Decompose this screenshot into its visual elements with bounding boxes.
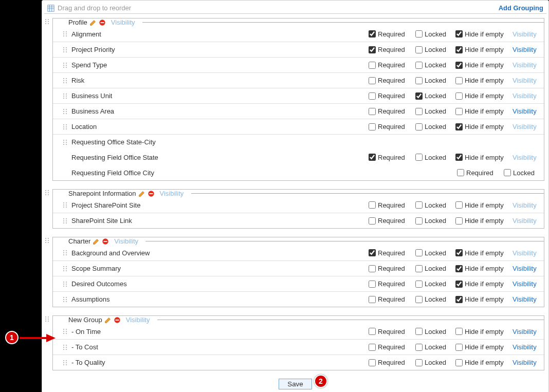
locked-checkbox[interactable]: Locked bbox=[415, 343, 452, 351]
locked-input[interactable] bbox=[415, 108, 423, 115]
visibility-link[interactable]: Visibility bbox=[513, 107, 541, 115]
delete-icon[interactable] bbox=[102, 238, 109, 245]
locked-input[interactable] bbox=[415, 328, 423, 335]
visibility-link[interactable]: Visibility bbox=[513, 249, 541, 257]
item-drag-handle[interactable] bbox=[62, 94, 68, 99]
required-input[interactable] bbox=[369, 328, 376, 335]
required-checkbox[interactable]: Required bbox=[369, 201, 412, 209]
required-checkbox[interactable]: Required bbox=[369, 30, 412, 38]
add-grouping-link[interactable]: Add Grouping bbox=[499, 4, 543, 12]
locked-checkbox[interactable]: Locked bbox=[415, 328, 452, 335]
locked-checkbox[interactable]: Locked bbox=[415, 123, 452, 130]
required-checkbox[interactable]: Required bbox=[369, 295, 412, 303]
hide_if_empty-checkbox[interactable]: Hide if empty bbox=[455, 265, 509, 272]
hide_if_empty-input[interactable] bbox=[455, 328, 463, 335]
group-drag-handle[interactable] bbox=[44, 185, 50, 195]
locked-checkbox[interactable]: Locked bbox=[504, 169, 541, 177]
hide_if_empty-checkbox[interactable]: Hide if empty bbox=[455, 107, 509, 115]
required-checkbox[interactable]: Required bbox=[369, 265, 412, 272]
locked-input[interactable] bbox=[415, 62, 423, 69]
item-drag-handle[interactable] bbox=[62, 218, 68, 223]
visibility-link[interactable]: Visibility bbox=[513, 280, 541, 288]
item-drag-handle[interactable] bbox=[62, 360, 68, 365]
visibility-link[interactable]: Visibility bbox=[513, 343, 541, 351]
hide_if_empty-input[interactable] bbox=[455, 281, 463, 288]
hide_if_empty-input[interactable] bbox=[455, 30, 463, 38]
required-checkbox[interactable]: Required bbox=[369, 359, 412, 366]
hide_if_empty-input[interactable] bbox=[455, 62, 463, 69]
required-input[interactable] bbox=[369, 108, 376, 115]
hide_if_empty-input[interactable] bbox=[455, 296, 463, 303]
group-drag-handle[interactable] bbox=[44, 14, 50, 24]
group-drag-handle[interactable] bbox=[44, 233, 50, 243]
locked-checkbox[interactable]: Locked bbox=[415, 280, 452, 288]
item-drag-handle[interactable] bbox=[62, 140, 68, 145]
visibility-link[interactable]: Visibility bbox=[513, 30, 541, 38]
item-drag-handle[interactable] bbox=[62, 282, 68, 287]
locked-checkbox[interactable]: Locked bbox=[415, 107, 452, 115]
visibility-link[interactable]: Visibility bbox=[513, 328, 541, 335]
visibility-link[interactable]: Visibility bbox=[126, 316, 154, 324]
hide_if_empty-checkbox[interactable]: Hide if empty bbox=[455, 46, 509, 53]
hide_if_empty-checkbox[interactable]: Hide if empty bbox=[455, 30, 509, 38]
hide_if_empty-input[interactable] bbox=[455, 108, 463, 115]
hide_if_empty-input[interactable] bbox=[455, 154, 463, 161]
visibility-link[interactable]: Visibility bbox=[513, 359, 541, 366]
visibility-link[interactable]: Visibility bbox=[513, 265, 541, 272]
locked-input[interactable] bbox=[415, 201, 423, 209]
hide_if_empty-checkbox[interactable]: Hide if empty bbox=[455, 280, 509, 288]
item-drag-handle[interactable] bbox=[62, 31, 68, 36]
hide_if_empty-input[interactable] bbox=[455, 92, 463, 100]
required-input[interactable] bbox=[369, 201, 376, 209]
required-checkbox[interactable]: Required bbox=[369, 46, 412, 53]
edit-icon[interactable] bbox=[138, 190, 145, 197]
hide_if_empty-input[interactable] bbox=[455, 46, 463, 53]
required-input[interactable] bbox=[369, 92, 376, 100]
visibility-link[interactable]: Visibility bbox=[513, 61, 541, 69]
item-drag-handle[interactable] bbox=[62, 202, 68, 208]
group-drag-handle[interactable] bbox=[44, 311, 50, 322]
item-drag-handle[interactable] bbox=[62, 47, 68, 52]
item-drag-handle[interactable] bbox=[62, 266, 68, 271]
locked-checkbox[interactable]: Locked bbox=[415, 295, 452, 303]
edit-icon[interactable] bbox=[104, 316, 112, 324]
item-drag-handle[interactable] bbox=[62, 109, 68, 114]
required-input[interactable] bbox=[369, 265, 376, 272]
locked-checkbox[interactable]: Locked bbox=[415, 77, 452, 84]
item-drag-handle[interactable] bbox=[62, 250, 68, 255]
locked-checkbox[interactable]: Locked bbox=[415, 359, 452, 366]
visibility-link[interactable]: Visibility bbox=[513, 201, 541, 209]
hide_if_empty-checkbox[interactable]: Hide if empty bbox=[455, 343, 509, 351]
locked-checkbox[interactable]: Locked bbox=[415, 61, 452, 69]
locked-input[interactable] bbox=[415, 344, 423, 351]
item-drag-handle[interactable] bbox=[62, 345, 68, 350]
required-checkbox[interactable]: Required bbox=[369, 123, 412, 130]
locked-input[interactable] bbox=[415, 46, 423, 53]
visibility-link[interactable]: Visibility bbox=[114, 237, 142, 245]
required-checkbox[interactable]: Required bbox=[369, 92, 412, 100]
visibility-link[interactable]: Visibility bbox=[160, 190, 188, 197]
required-input[interactable] bbox=[369, 154, 376, 161]
locked-input[interactable] bbox=[415, 154, 423, 161]
hide_if_empty-input[interactable] bbox=[455, 123, 463, 130]
hide_if_empty-checkbox[interactable]: Hide if empty bbox=[455, 61, 509, 69]
item-drag-handle[interactable] bbox=[62, 78, 68, 83]
hide_if_empty-checkbox[interactable]: Hide if empty bbox=[455, 201, 509, 209]
visibility-link[interactable]: Visibility bbox=[513, 295, 541, 303]
delete-icon[interactable] bbox=[148, 190, 155, 197]
hide_if_empty-input[interactable] bbox=[455, 201, 463, 209]
required-checkbox[interactable]: Required bbox=[369, 77, 412, 84]
item-drag-handle[interactable] bbox=[62, 63, 68, 68]
hide_if_empty-checkbox[interactable]: Hide if empty bbox=[455, 359, 509, 366]
required-input[interactable] bbox=[369, 249, 376, 256]
visibility-link[interactable]: Visibility bbox=[513, 92, 541, 100]
required-input[interactable] bbox=[369, 281, 376, 288]
required-checkbox[interactable]: Required bbox=[369, 154, 412, 161]
item-drag-handle[interactable] bbox=[62, 297, 68, 302]
required-input[interactable] bbox=[369, 359, 376, 366]
hide_if_empty-input[interactable] bbox=[455, 77, 463, 84]
required-checkbox[interactable]: Required bbox=[369, 343, 412, 351]
required-input[interactable] bbox=[369, 296, 376, 303]
save-button[interactable]: Save bbox=[279, 379, 312, 389]
item-drag-handle[interactable] bbox=[62, 329, 68, 334]
